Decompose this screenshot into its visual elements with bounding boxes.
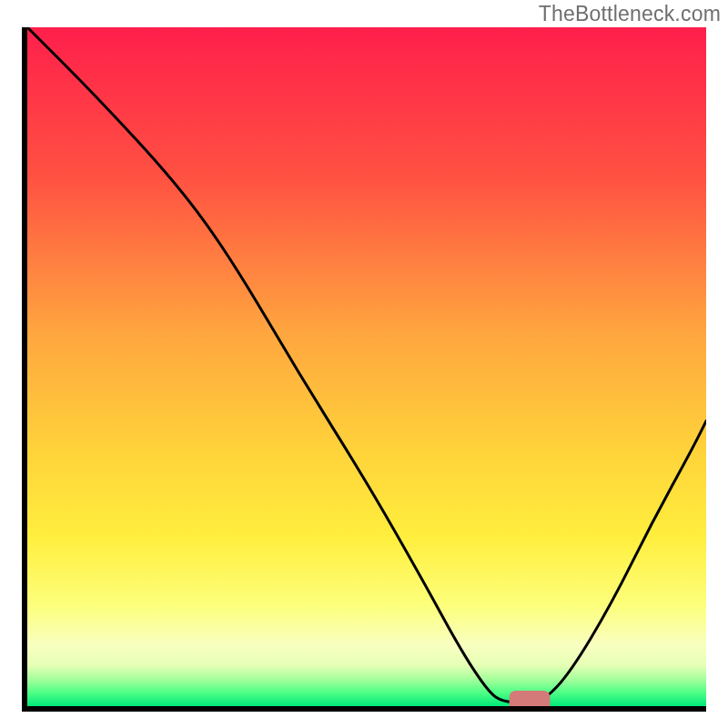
target-marker: [510, 691, 551, 706]
bottleneck-chart: TheBottleneck.com: [0, 0, 728, 728]
watermark-text: TheBottleneck.com: [539, 2, 721, 26]
chart-svg: [27, 27, 706, 706]
plot-area: [22, 27, 706, 712]
gradient-rect: [27, 27, 706, 706]
